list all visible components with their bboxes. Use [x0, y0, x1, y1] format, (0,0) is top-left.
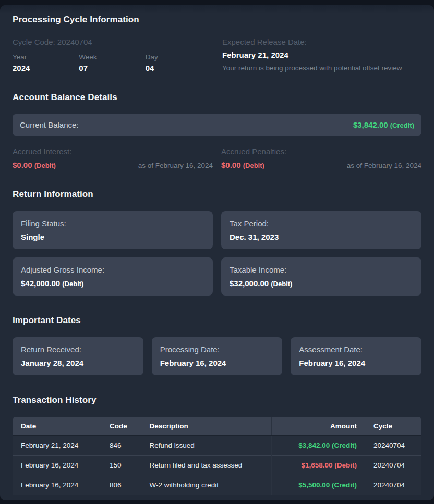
- accrued-penalties-asof: as of February 16, 2024: [347, 162, 421, 169]
- accrued-penalties-label: Accrued Penalties:: [221, 147, 421, 156]
- agi-label: Adjusted Gross Income:: [21, 265, 204, 274]
- tx-code: 150: [101, 456, 141, 475]
- accrued-interest-label: Accrued Interest:: [13, 147, 213, 156]
- current-balance-qualifier: (Credit): [390, 121, 414, 129]
- accrued-penalties-amount: $0.00 (Debit): [221, 161, 264, 169]
- year-value: 2024: [13, 64, 79, 72]
- tx-code: 846: [101, 436, 141, 456]
- tax-transcript-panel: Processing Cycle Information Cycle Code:…: [0, 5, 434, 500]
- year-week-day-grid: Year 2024 Week 07 Day 04: [13, 53, 212, 72]
- release-date-block: Expected Release Date: February 21, 2024…: [222, 38, 421, 72]
- accrued-penalties-value: $0.00: [221, 161, 241, 169]
- return-received-card: Return Received: January 28, 2024: [13, 337, 143, 375]
- current-balance-label: Current Balance:: [20, 120, 79, 129]
- tx-cycle: 20240704: [365, 436, 421, 456]
- transaction-table: Date Code Description Amount Cycle Febru…: [13, 417, 421, 495]
- transaction-row: February 21, 2024 846 Refund issued $3,8…: [13, 436, 421, 456]
- filing-status-card: Filing Status: Single: [13, 211, 213, 249]
- week-label: Week: [79, 53, 145, 61]
- current-balance-row: Current Balance: $3,842.00 (Credit): [13, 114, 421, 136]
- day-label: Day: [146, 53, 212, 61]
- account-balance-title: Account Balance Details: [13, 92, 421, 103]
- current-balance-value: $3,842.00: [353, 120, 388, 129]
- transaction-row: February 16, 2024 150 Return filed and t…: [13, 456, 421, 475]
- cycle-code-block: Cycle Code: 20240704 Year 2024 Week 07 D…: [13, 38, 212, 72]
- tax-period-value: Dec. 31, 2023: [230, 232, 413, 241]
- accrued-penalties-block: Accrued Penalties: $0.00 (Debit) as of F…: [221, 147, 421, 169]
- tx-description: W-2 withholding credit: [141, 475, 271, 495]
- tx-cycle: 20240704: [365, 456, 421, 475]
- col-code: Code: [101, 417, 141, 436]
- tx-cycle: 20240704: [365, 475, 421, 495]
- week-value: 07: [79, 64, 145, 72]
- accrued-interest-block: Accrued Interest: $0.00 (Debit) as of Fe…: [13, 147, 213, 169]
- filing-status-value: Single: [21, 232, 204, 241]
- day-value: 04: [146, 64, 212, 72]
- return-received-value: January 28, 2024: [21, 359, 135, 367]
- year-label: Year: [13, 53, 79, 61]
- taxable-income-label: Taxable Income:: [230, 265, 413, 274]
- col-description: Description: [141, 417, 271, 436]
- accrued-interest-qualifier: (Debit): [34, 162, 56, 169]
- col-date: Date: [13, 417, 101, 436]
- tax-period-label: Tax Period:: [230, 219, 413, 228]
- accrued-interest-value: $0.00: [13, 161, 32, 169]
- accrued-interest-asof: as of February 16, 2024: [138, 162, 213, 169]
- agi-qualifier: (Debit): [62, 280, 83, 288]
- day-field: Day 04: [146, 53, 212, 72]
- important-dates-cards: Return Received: January 28, 2024 Proces…: [13, 337, 421, 375]
- return-info-title: Return Information: [13, 189, 421, 200]
- tx-description: Return filed and tax assessed: [141, 456, 271, 475]
- accrued-interest-amount: $0.00 (Debit): [13, 161, 56, 169]
- col-amount: Amount: [271, 417, 365, 436]
- transaction-row: February 16, 2024 806 W-2 withholding cr…: [13, 475, 421, 495]
- tx-date: February 21, 2024: [13, 436, 101, 456]
- col-cycle: Cycle: [365, 417, 421, 436]
- taxable-income-card: Taxable Income: $32,000.00 (Debit): [221, 257, 421, 296]
- processing-date-label: Processing Date:: [160, 345, 274, 354]
- week-field: Week 07: [79, 53, 145, 72]
- tx-description: Refund issued: [141, 436, 271, 456]
- tx-code: 806: [101, 475, 141, 495]
- assessment-date-value: February 16, 2024: [299, 359, 413, 367]
- processing-cycle-section: Cycle Code: 20240704 Year 2024 Week 07 D…: [13, 38, 421, 72]
- processing-date-value: February 16, 2024: [160, 359, 274, 367]
- agi-value: $42,000.00 (Debit): [21, 279, 204, 288]
- transaction-history-title: Transaction History: [13, 395, 421, 405]
- assessment-date-card: Assessment Date: February 16, 2024: [291, 337, 421, 375]
- accrued-penalties-line: $0.00 (Debit) as of February 16, 2024: [221, 161, 421, 169]
- tx-amount: $3,842.00 (Credit): [271, 436, 365, 456]
- tx-date: February 16, 2024: [13, 475, 101, 495]
- return-received-label: Return Received:: [21, 345, 135, 354]
- processing-date-card: Processing Date: February 16, 2024: [152, 337, 283, 375]
- tx-amount: $5,500.00 (Credit): [271, 475, 365, 495]
- transaction-table-header: Date Code Description Amount Cycle: [13, 417, 421, 436]
- current-balance-amount: $3,842.00 (Credit): [353, 120, 414, 129]
- taxable-income-qualifier: (Debit): [271, 280, 292, 288]
- accrued-interest-line: $0.00 (Debit) as of February 16, 2024: [13, 161, 213, 169]
- taxable-income-amount: $32,000.00: [230, 279, 269, 288]
- important-dates-title: Important Dates: [13, 315, 421, 326]
- taxable-income-value: $32,000.00 (Debit): [230, 279, 413, 288]
- accruals-section: Accrued Interest: $0.00 (Debit) as of Fe…: [13, 147, 421, 169]
- processing-status-note: Your return is being processed with pote…: [222, 64, 421, 72]
- cycle-code: Cycle Code: 20240704: [13, 38, 212, 46]
- tx-amount: $1,658.00 (Debit): [271, 456, 365, 475]
- tax-period-card: Tax Period: Dec. 31, 2023: [221, 211, 421, 249]
- processing-cycle-title: Processing Cycle Information: [13, 15, 421, 25]
- release-date-label: Expected Release Date:: [222, 38, 421, 46]
- year-field: Year 2024: [13, 53, 79, 72]
- agi-amount: $42,000.00: [21, 279, 60, 288]
- tx-date: February 16, 2024: [13, 456, 101, 475]
- return-info-cards: Filing Status: Single Tax Period: Dec. 3…: [13, 211, 421, 296]
- filing-status-label: Filing Status:: [21, 219, 204, 228]
- transaction-table-wrap: Date Code Description Amount Cycle Febru…: [13, 417, 421, 495]
- agi-card: Adjusted Gross Income: $42,000.00 (Debit…: [13, 257, 213, 296]
- release-date-value: February 21, 2024: [222, 51, 421, 59]
- assessment-date-label: Assessment Date:: [299, 345, 413, 354]
- accrued-penalties-qualifier: (Debit): [243, 162, 264, 169]
